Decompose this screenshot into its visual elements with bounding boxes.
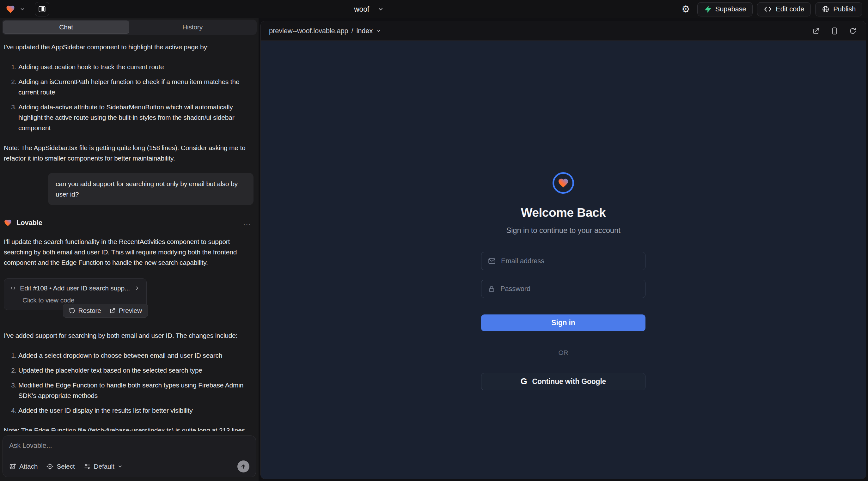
list-item: Added the user ID display in the results… — [18, 405, 254, 416]
topbar-actions: ⚙ Supabase Edit code Publish — [679, 2, 862, 17]
heart-icon — [558, 177, 569, 189]
preview-content: Welcome Back Sign in to continue to your… — [261, 41, 866, 479]
settings-button[interactable]: ⚙ — [679, 2, 693, 16]
assistant-message-header: Lovable … — [4, 218, 254, 228]
attach-button[interactable]: Attach — [9, 463, 38, 470]
list-item: Updated the placeholder text based on th… — [18, 365, 254, 376]
gear-icon: ⚙ — [682, 4, 690, 14]
project-name: woof — [354, 5, 369, 13]
list-item: Adding an isCurrentPath helper function … — [18, 76, 254, 97]
lock-icon — [488, 285, 495, 293]
email-input[interactable] — [501, 257, 639, 265]
preview-page: index — [356, 27, 373, 35]
assistant-note-text: Note: The Edge Function file (fetch-fire… — [4, 425, 254, 431]
email-field[interactable] — [481, 252, 646, 270]
or-label: OR — [558, 349, 568, 356]
default-mode-button[interactable]: Default — [84, 463, 123, 470]
app-logo — [553, 172, 574, 194]
restore-icon — [69, 308, 75, 314]
select-button[interactable]: Select — [46, 463, 74, 470]
edit-code-label: Edit code — [776, 5, 804, 13]
globe-icon — [822, 5, 830, 13]
composer: Attach Select Default — [3, 436, 256, 477]
assistant-message-text: I've updated the AppSidebar component to… — [4, 42, 254, 52]
supabase-icon — [704, 5, 712, 13]
user-message-bubble: can you add support for searching not on… — [48, 173, 253, 205]
preview-domain: preview--woof.lovable.app — [269, 27, 348, 35]
chat-input[interactable] — [9, 442, 249, 452]
project-menu-chevron-icon[interactable] — [18, 5, 27, 13]
app-root: woof ⚙ Supabase Edit code — [0, 0, 868, 481]
preview-url-breadcrumb[interactable]: preview--woof.lovable.app / index — [269, 27, 381, 35]
restore-preview-bar: Restore Preview — [63, 304, 148, 318]
phone-icon — [831, 27, 838, 35]
tab-chat[interactable]: Chat — [3, 21, 129, 34]
assistant-message-text: I've added support for searching by both… — [4, 330, 254, 341]
chevron-right-icon — [134, 285, 140, 291]
sidebar-toggle-button[interactable] — [35, 2, 49, 17]
auth-card: Welcome Back Sign in to continue to your… — [481, 172, 646, 479]
topbar-left — [6, 2, 49, 17]
lovable-logo-icon[interactable] — [6, 4, 15, 14]
send-button[interactable] — [238, 460, 249, 473]
user-message-row: can you add support for searching not on… — [4, 173, 253, 205]
page-title: Welcome Back — [521, 206, 606, 220]
edit-card-wrap: Edit #108 • Add user ID search supp... C… — [4, 279, 147, 310]
assistant-numbered-list: Adding useLocation hook to track the cur… — [4, 62, 254, 133]
list-item: Adding data-active attribute to SidebarM… — [18, 102, 254, 133]
supabase-button[interactable]: Supabase — [697, 2, 753, 17]
arrow-up-icon — [240, 463, 247, 470]
assistant-note-text: Note: The AppSidebar.tsx file is getting… — [4, 142, 254, 163]
chevron-down-icon — [118, 464, 123, 469]
edit-code-button[interactable]: Edit code — [757, 2, 811, 17]
message-options-button[interactable]: … — [243, 218, 254, 228]
edit-card-title: Edit #108 • Add user ID search supp... — [20, 284, 130, 292]
tab-history[interactable]: History — [129, 21, 256, 34]
google-label: Continue with Google — [532, 377, 606, 386]
preview-button[interactable]: Preview — [110, 307, 142, 315]
assistant-numbered-list: Added a select dropdown to choose betwee… — [4, 350, 254, 416]
password-field[interactable] — [481, 280, 646, 298]
restore-label: Restore — [79, 307, 101, 315]
edit-card-top: Edit #108 • Add user ID search supp... — [10, 284, 140, 292]
path-separator: / — [351, 27, 353, 35]
list-item: Modified the Edge Function to handle bot… — [18, 380, 254, 401]
select-label: Select — [57, 463, 74, 470]
restore-button[interactable]: Restore — [69, 307, 101, 315]
external-link-icon — [812, 27, 820, 35]
topbar: woof ⚙ Supabase Edit code — [0, 0, 868, 18]
google-g-icon: G — [521, 377, 527, 386]
list-item: Added a select dropdown to choose betwee… — [18, 350, 254, 361]
chat-history-tabbar: Chat History — [2, 20, 257, 35]
password-input[interactable] — [500, 285, 639, 293]
preview-panel: preview--woof.lovable.app / index — [260, 21, 866, 479]
open-in-new-tab-button[interactable] — [811, 26, 821, 36]
page-subtitle: Sign in to continue to your account — [506, 226, 620, 235]
project-switcher[interactable]: woof — [354, 5, 384, 13]
mobile-view-button[interactable] — [830, 26, 839, 36]
chat-panel: Chat History I've updated the AppSidebar… — [0, 18, 258, 481]
refresh-button[interactable] — [848, 26, 858, 36]
divider-line — [574, 353, 646, 353]
preview-header: preview--woof.lovable.app / index — [261, 21, 866, 41]
select-target-icon — [46, 463, 54, 470]
preview-label: Preview — [119, 307, 142, 315]
preview-actions — [811, 26, 858, 36]
chat-message-list: I've updated the AppSidebar component to… — [0, 35, 258, 431]
google-sign-in-button[interactable]: G Continue with Google — [481, 373, 646, 390]
lovable-heart-icon — [4, 219, 12, 227]
divider-line — [481, 353, 553, 353]
default-mode-label: Default — [94, 463, 115, 470]
publish-label: Publish — [833, 5, 856, 13]
attach-label: Attach — [19, 463, 38, 470]
chevron-down-icon — [376, 28, 381, 33]
assistant-message-text: I'll update the search functionality in … — [4, 236, 254, 268]
chevron-down-icon — [377, 6, 384, 12]
code-icon — [764, 6, 772, 13]
supabase-label: Supabase — [715, 5, 746, 13]
panel-icon — [38, 5, 46, 13]
publish-button[interactable]: Publish — [815, 2, 862, 17]
attach-image-icon — [9, 463, 16, 470]
sign-in-button[interactable]: Sign in — [481, 315, 646, 331]
sliders-icon — [84, 463, 91, 470]
